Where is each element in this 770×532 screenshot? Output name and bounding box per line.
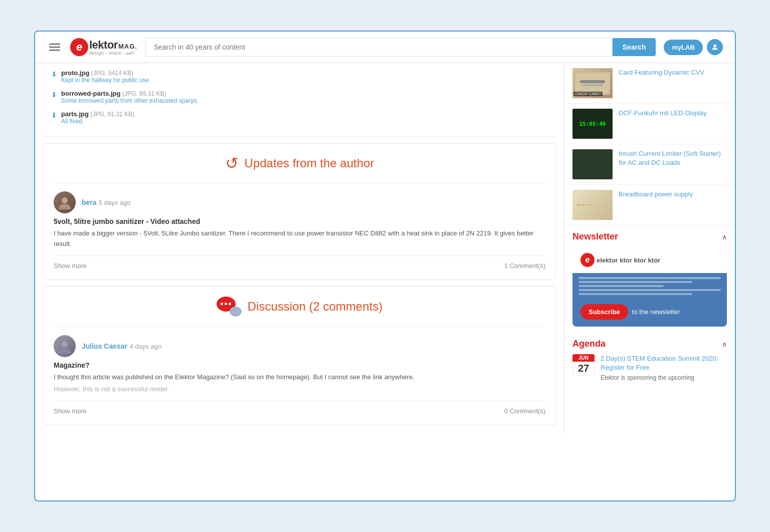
bubble2 [230,307,242,317]
right-sidebar: CREDIT CARD? Card Featuring Dynamic CVV … [564,63,735,433]
subscribe-button[interactable]: Subscribe [581,304,628,320]
center-column: ⬇ proto.jpg (JPG, 5414 KB) Kept in the h… [35,63,564,433]
nl-line [579,285,664,287]
agenda-event-title[interactable]: 2 Day(s) STEM Education Summit 2020: Reg… [601,354,727,372]
subscribe-text: to the newsletter [632,308,680,316]
avatar [54,335,76,357]
article-title[interactable]: Inrush Current Limiter (Soft Starter) fo… [619,149,727,167]
nl-line [579,293,692,295]
discussion-section: Discussion (2 comments) [43,286,556,426]
search-input[interactable] [145,38,613,57]
sidebar-article-2[interactable]: 15:05:40 DCF-Funkuhr mit LED-Display [564,104,735,144]
article-title[interactable]: DCF-Funkuhr mit LED-Display [619,109,727,118]
comments-count: 1 Comment(s) [504,262,545,270]
nl-line [579,289,721,291]
show-more-button[interactable]: Show more [54,407,87,415]
update-comment: bera 5 days ago 5volt, 5litre jumbo sani… [54,183,545,270]
main-content: ⬇ proto.jpg (JPG, 5414 KB) Kept in the h… [35,63,735,433]
file-item: ⬇ parts.jpg (JPG, 91.31 KB) All fixed. [51,110,548,125]
discussion-icon [217,297,242,317]
credit-tag: CREDIT CARD? [573,92,603,96]
show-more-row: Show more 1 Comment(s) [54,255,545,270]
search-button[interactable]: Search [613,38,656,56]
avatar-image [54,335,76,357]
logo[interactable]: e lektor MAG. design › share › sell [70,38,137,56]
file-desc: Kept in the hallway for public use [61,77,149,84]
comment-title: 5volt, 5litre jumbo sanitizer - Video at… [54,217,545,225]
header: e lektor MAG. design › share › sell Sear… [35,32,735,63]
chevron-up-icon[interactable]: ∧ [722,340,727,348]
nl-line [579,281,692,283]
comment-time: 5 days ago [99,199,131,206]
newsletter-logo-text: elektor ktor ktor ktor [597,256,660,264]
file-item: ⬇ borrowed-parts.jpg (JPG, 89.31 KB) Som… [51,90,548,104]
file-item: ⬇ proto.jpg (JPG, 5414 KB) Kept in the h… [51,69,548,84]
mylab-button[interactable]: myLAB [664,40,703,55]
chevron-up-icon[interactable]: ∧ [722,233,727,241]
updates-title: Updates from the author [245,156,374,170]
file-desc: Some borrowed parts from other exhausted… [61,97,198,104]
comment-meta: Julius Caesar 4 days ago [82,342,161,351]
article-title[interactable]: Breadboard power supply [619,190,727,199]
article-title[interactable]: Card Featuring Dynamic CVV [619,68,727,77]
newsletter-section: Newsletter ∧ e elektor ktor ktor ktor [564,225,735,333]
agenda-month: Jun [572,354,595,362]
file-name: proto.jpg (JPG, 5414 KB) [61,69,149,77]
download-icon[interactable]: ⬇ [51,70,57,78]
file-name: parts.jpg (JPG, 91.31 KB) [61,110,134,118]
comment-username[interactable]: bera [82,198,97,206]
subscribe-row: Subscribe to the newsletter [572,299,727,327]
newsletter-lines [572,273,727,299]
comment-username[interactable]: Julius Caesar [82,342,127,350]
newsletter-header: Newsletter ∧ [572,231,727,242]
comment-meta: bera 5 days ago [82,198,131,207]
comment-header: bera 5 days ago [54,191,545,213]
updates-header: ↻ Updates from the author [54,154,545,173]
nl-line [579,277,721,279]
show-more-button[interactable]: Show more [54,262,87,270]
hamburger-menu[interactable] [47,42,62,53]
discussion-header: Discussion (2 comments) [54,297,545,317]
newsletter-title: Newsletter [572,231,618,242]
logo-circle: e [70,38,88,56]
comment-time: 4 days ago [130,343,162,350]
search-area: Search [145,38,656,57]
sidebar-article-1[interactable]: CREDIT CARD? Card Featuring Dynamic CVV [564,63,735,104]
user-avatar-button[interactable] [707,39,723,55]
avatar [54,191,76,213]
agenda-event-desc: Elektor is sponsoring the upcoming [601,374,727,381]
comments-count: 0 Comment(s) [504,407,545,415]
header-right: myLAB [664,39,723,55]
svg-point-0 [713,45,716,47]
sidebar-article-4[interactable]: Breadboard power supply [564,185,735,225]
refresh-icon: ↻ [225,154,239,173]
logo-mag: MAG. [118,43,137,50]
comment-text-2: However, this is not a successful model. [54,384,545,395]
download-icon[interactable]: ⬇ [51,91,57,99]
article-thumbnail: 15:05:40 [572,109,613,139]
agenda-info: 2 Day(s) STEM Education Summit 2020: Reg… [601,354,727,381]
article-thumbnail [572,149,613,179]
agenda-header: Agenda ∧ [572,339,727,349]
download-icon[interactable]: ⬇ [51,111,57,119]
comment-header: Julius Caesar 4 days ago [54,335,545,357]
file-name: borrowed-parts.jpg (JPG, 89.31 KB) [61,90,198,97]
file-info: parts.jpg (JPG, 91.31 KB) All fixed. [61,110,134,125]
newsletter-card: e elektor ktor ktor ktor Subscribe to th… [572,247,727,327]
agenda-date: Jun 27 [572,354,595,376]
agenda-item[interactable]: Jun 27 2 Day(s) STEM Education Summit 20… [572,354,727,381]
comment-text: I thought this article was published on … [54,372,545,383]
sidebar-article-3[interactable]: Inrush Current Limiter (Soft Starter) fo… [564,144,735,185]
article-thumbnail [572,190,613,220]
show-more-row: Show more 0 Comment(s) [54,401,545,415]
browser-frame: e lektor MAG. design › share › sell Sear… [34,31,736,501]
logo-text: lektor [89,39,118,52]
discussion-comment: Julius Caesar 4 days ago Magazine? I tho… [54,327,545,415]
comment-title: Magazine? [54,361,545,369]
agenda-title: Agenda [572,339,606,349]
updates-section: ↻ Updates from the author [43,143,556,280]
logo-tagline: design › share › sell [89,51,137,56]
file-desc: All fixed. [61,118,134,125]
file-info: proto.jpg (JPG, 5414 KB) Kept in the hal… [61,69,149,84]
file-info: borrowed-parts.jpg (JPG, 89.31 KB) Some … [61,90,198,104]
